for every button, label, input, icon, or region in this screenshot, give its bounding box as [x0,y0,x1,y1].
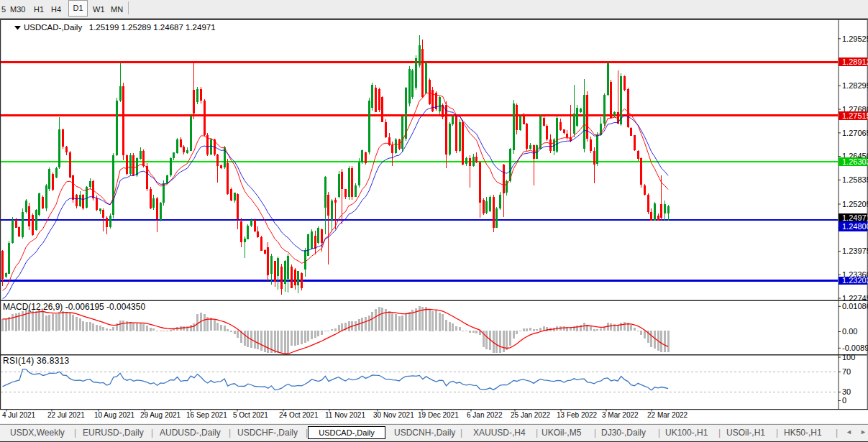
svg-text:0.00: 0.00 [842,327,857,336]
svg-text:1.27065: 1.27065 [842,129,868,137]
svg-text:30: 30 [842,387,851,396]
svg-text:1.22745: 1.22745 [842,294,868,303]
svg-text:4 Jul 2021: 4 Jul 2021 [2,411,36,419]
svg-text:5 Oct 2021: 5 Oct 2021 [233,411,268,419]
svg-text:1.29525: 1.29525 [842,34,868,43]
svg-text:1.25835: 1.25835 [842,175,868,184]
svg-text:1.24800: 1.24800 [842,222,868,231]
svg-text:0: 0 [842,396,846,405]
svg-text:3 Mar 2022: 3 Mar 2022 [602,411,639,419]
svg-text:1.28912: 1.28912 [842,57,868,66]
svg-text:USDCAD-,Daily 1.25199 1.2528: USDCAD-,Daily 1.25199 1.25289 1.24687 1.… [24,23,216,32]
svg-text:1.26303: 1.26303 [842,157,868,166]
svg-text:25 Jan 2022: 25 Jan 2022 [511,411,550,419]
svg-text:RSI(14) 36.8313: RSI(14) 36.8313 [3,356,70,366]
svg-text:11 Nov 2021: 11 Nov 2021 [325,411,365,419]
svg-text:0.010869: 0.010869 [842,302,868,310]
svg-text:29 Aug 2021: 29 Aug 2021 [140,411,181,419]
svg-text:1.24971: 1.24971 [842,213,868,222]
svg-text:100: 100 [842,353,855,362]
svg-text:70: 70 [842,367,851,376]
svg-text:16 Sep 2021: 16 Sep 2021 [186,411,227,419]
svg-text:1.25205: 1.25205 [842,200,868,208]
svg-text:22 Jul 2021: 22 Jul 2021 [47,411,85,419]
svg-text:1.23975: 1.23975 [842,247,868,255]
svg-text:22 Mar 2022: 22 Mar 2022 [647,411,688,419]
svg-text:19 Dec 2021: 19 Dec 2021 [418,411,459,419]
svg-text:24 Oct 2021: 24 Oct 2021 [279,411,319,419]
svg-text:10 Aug 2021: 10 Aug 2021 [94,411,135,419]
svg-text:1.27515: 1.27515 [842,111,868,120]
svg-text:13 Feb 2022: 13 Feb 2022 [557,411,598,419]
svg-text:1.28295: 1.28295 [842,81,868,90]
svg-text:30 Nov 2021: 30 Nov 2021 [373,411,414,419]
svg-text:1.23203: 1.23203 [842,276,868,285]
svg-text:-0.008974: -0.008974 [842,344,868,352]
svg-text:MACD(12,26,9) -0.006195 -0.004: MACD(12,26,9) -0.006195 -0.004350 [3,302,145,312]
svg-text:6 Jan 2022: 6 Jan 2022 [467,411,503,419]
